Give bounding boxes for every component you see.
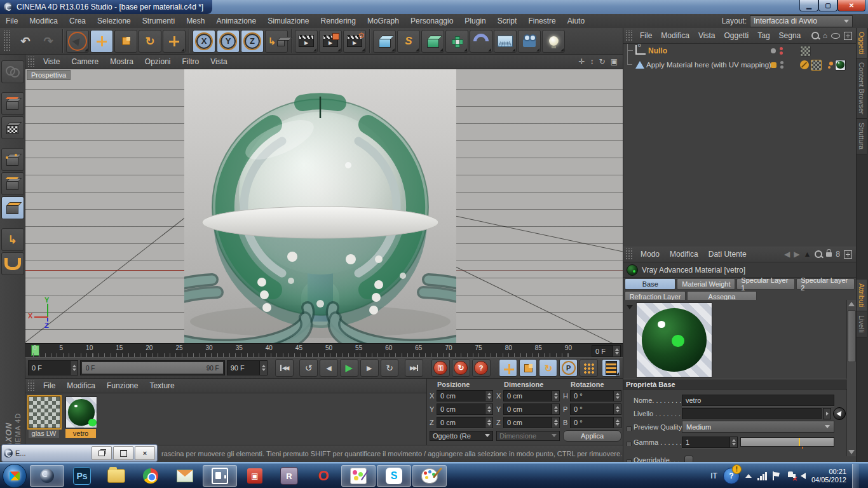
attr-menu-dati-utente[interactable]: Dati Utente — [703, 250, 752, 259]
visibility-dots-icon[interactable] — [780, 61, 783, 69]
add-panel-icon[interactable] — [844, 250, 852, 259]
menu-strumenti[interactable]: Strumenti — [137, 17, 180, 25]
enable-dot-icon[interactable] — [771, 48, 776, 53]
key-scale-toggle[interactable] — [519, 359, 538, 377]
menu-mograph[interactable]: MoGraph — [362, 17, 405, 25]
taskbar-opera[interactable]: O — [307, 466, 340, 486]
menu-file[interactable]: File — [0, 17, 24, 25]
attr-menu-modo[interactable]: Modo — [635, 250, 665, 259]
maximize-button[interactable]: ▢ — [818, 0, 837, 11]
collapse-triangle-icon[interactable] — [627, 305, 633, 309]
add-subdivision-button[interactable] — [421, 30, 444, 53]
tab-attributi[interactable]: Attributi — [857, 280, 867, 311]
rot-p-field[interactable]: 0 ° — [570, 403, 621, 415]
step-back-button[interactable]: ◀ — [320, 359, 338, 377]
apply-button[interactable]: Applica — [563, 430, 621, 442]
current-frame-field[interactable]: 0 F — [28, 360, 78, 376]
drag-grip[interactable] — [625, 30, 633, 41]
record-keyframe-button[interactable]: ⚿ — [431, 359, 450, 377]
menu-aiuto[interactable]: Aiuto — [562, 17, 590, 25]
help-notification-icon[interactable]: ? — [723, 468, 740, 484]
preview-quality-dropdown[interactable]: Medium — [682, 421, 834, 433]
obj-menu-file[interactable]: File — [635, 31, 656, 40]
taskbar-skype[interactable]: S — [377, 465, 411, 487]
search-icon[interactable] — [811, 32, 819, 39]
taskbar-paint[interactable] — [412, 465, 447, 487]
menu-animazione[interactable]: Animazione — [210, 17, 262, 25]
name-field[interactable]: vetro — [682, 395, 834, 406]
stepper-icon[interactable] — [729, 437, 737, 447]
gamma-field[interactable]: 1 — [682, 437, 738, 448]
visibility-dots-icon[interactable] — [780, 47, 783, 55]
size-mode-dropdown[interactable]: Dimensione — [496, 431, 560, 441]
last-tool-button[interactable] — [163, 30, 186, 53]
show-desktop-button[interactable] — [852, 464, 859, 488]
go-to-start-button[interactable]: ◀◀ — [275, 359, 294, 377]
stepper-icon[interactable] — [259, 361, 267, 375]
rot-b-field[interactable]: 0 ° — [570, 417, 621, 428]
history-forward-icon[interactable]: ▶ — [794, 250, 799, 259]
layer-menu-icon[interactable] — [823, 408, 831, 419]
taskbar-capture-app[interactable] — [203, 465, 237, 487]
network-signal-icon[interactable] — [757, 472, 767, 480]
viewport[interactable]: Viste Camere Mostra Opzioni Filtro Vista… — [25, 55, 623, 343]
language-indicator[interactable]: IT — [710, 471, 717, 480]
material-thumbnail-glas[interactable] — [29, 396, 60, 428]
lock-z-axis-button[interactable]: Z — [241, 30, 264, 53]
redo-button[interactable]: ↷ — [37, 30, 59, 52]
vp-menu-opzioni[interactable]: Opzioni — [139, 57, 177, 66]
model-mode-button[interactable] — [1, 92, 24, 115]
speaker-icon[interactable] — [801, 473, 806, 479]
lock-icon[interactable] — [826, 252, 832, 257]
menu-modifica[interactable]: Modifica — [24, 17, 64, 25]
mat-menu-funzione[interactable]: Funzione — [101, 381, 144, 390]
start-button[interactable] — [3, 464, 27, 488]
snap-button[interactable] — [1, 252, 24, 275]
obj-menu-modifica[interactable]: Modifica — [656, 31, 694, 40]
menu-plugin[interactable]: Plugin — [459, 17, 491, 25]
menu-personaggio[interactable]: Personaggio — [405, 17, 459, 25]
section-header[interactable]: Proprietà Base — [623, 379, 847, 390]
show-hidden-icons[interactable] — [745, 474, 752, 478]
drag-grip[interactable] — [625, 248, 633, 260]
key-position-toggle[interactable] — [499, 359, 517, 377]
step-forward-button[interactable]: ▶ — [360, 359, 379, 377]
tab-struttura[interactable]: Struttura — [857, 119, 867, 154]
size-y-field[interactable]: 0 cm — [503, 403, 560, 415]
close-button[interactable]: ✕ — [837, 0, 865, 11]
timeline-window-button[interactable] — [602, 359, 620, 377]
zoom-view-icon[interactable]: ↕ — [590, 57, 594, 66]
menu-mesh[interactable]: Mesh — [180, 17, 210, 25]
tab-material-weight[interactable]: Material Weight — [677, 278, 735, 290]
point-mode-button[interactable] — [1, 148, 24, 171]
stepper-icon[interactable] — [613, 346, 620, 356]
taskbar-3d-app[interactable]: ▣ — [238, 466, 271, 486]
render-picture-viewer-button[interactable]: ▶ — [319, 30, 342, 53]
coordinate-system-button[interactable]: ↳ — [265, 30, 288, 53]
mat-menu-texture[interactable]: Texture — [144, 381, 180, 390]
view-label[interactable]: Prospettiva — [27, 70, 71, 80]
scroll-thumb[interactable] — [848, 310, 856, 362]
scroll-up-icon[interactable] — [848, 302, 855, 306]
rotate-view-icon[interactable]: ↻ — [599, 57, 606, 66]
tab-oggetti[interactable]: Oggetti — [857, 28, 867, 58]
tab-livelli[interactable]: Livelli — [857, 311, 867, 337]
drag-grip[interactable] — [27, 381, 35, 391]
add-light-button[interactable] — [542, 30, 565, 53]
search-icon[interactable] — [815, 250, 822, 258]
menu-crea[interactable]: Crea — [64, 17, 92, 25]
protection-tag-icon[interactable] — [800, 60, 809, 69]
taskbar-explorer[interactable] — [100, 466, 133, 486]
ruler-frame-field[interactable]: 0 F — [592, 345, 621, 357]
render-view-button[interactable]: ▶ — [295, 30, 318, 53]
obj-menu-oggetti[interactable]: Oggetti — [720, 31, 754, 40]
pos-y-field[interactable]: 0 cm — [437, 403, 493, 415]
obj-menu-segna[interactable]: Segna — [775, 31, 806, 40]
add-camera-button[interactable] — [518, 30, 541, 53]
vp-menu-viste[interactable]: Viste — [37, 57, 65, 66]
add-cloner-button[interactable] — [445, 30, 468, 53]
scale-tool-button[interactable] — [114, 30, 137, 53]
pan-view-icon[interactable]: ✛ — [579, 57, 585, 66]
key-rotation-toggle[interactable]: ↻ — [539, 359, 557, 377]
live-selection-button[interactable] — [66, 30, 89, 53]
